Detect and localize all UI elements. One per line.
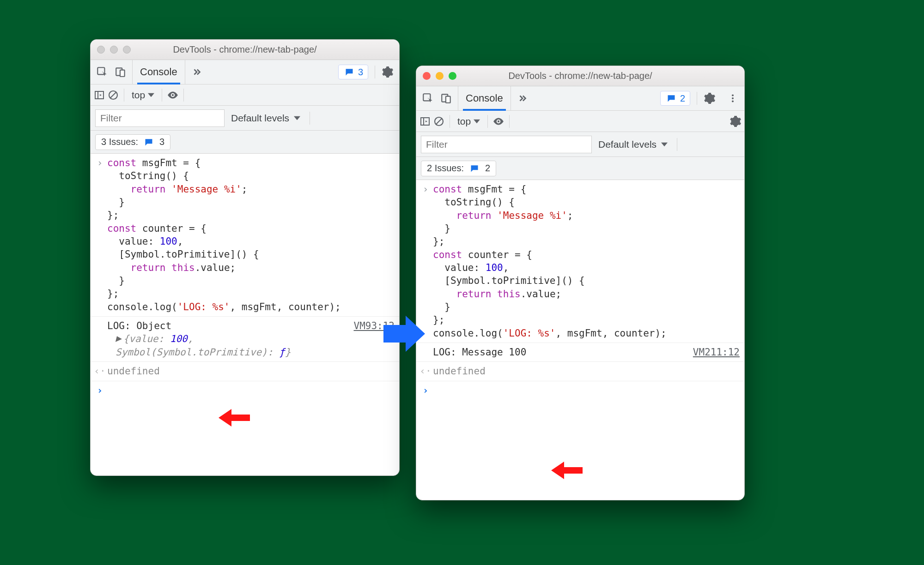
close-dot[interactable] <box>423 72 431 80</box>
kebab-menu-icon[interactable] <box>727 92 739 104</box>
filter-bar: Default levels <box>91 106 399 131</box>
messages-count: 2 <box>680 93 685 104</box>
filter-bar: Default levels <box>416 132 744 157</box>
levels-label: Default levels <box>231 113 289 124</box>
input-chevron-icon: › <box>92 156 107 313</box>
issues-chip[interactable]: 2 Issues: 2 <box>421 161 496 176</box>
svg-rect-7 <box>446 96 450 103</box>
window-controls[interactable] <box>97 46 131 54</box>
issues-count: 3 <box>159 137 164 147</box>
messages-chip[interactable]: 3 <box>338 65 368 79</box>
window-title: DevTools - chrome://new-tab-page/ <box>416 71 744 81</box>
issues-chip[interactable]: 3 Issues: 3 <box>95 134 170 150</box>
console-input-row: › const msgFmt = { toString() { return '… <box>91 154 399 317</box>
svg-rect-2 <box>120 70 125 77</box>
output-text: LOG: Object <box>107 320 171 331</box>
console-output: › const msgFmt = { toString() { return '… <box>91 154 399 400</box>
window-controls[interactable] <box>423 72 456 80</box>
minimize-dot[interactable] <box>436 72 444 80</box>
context-label: top <box>457 116 471 127</box>
issues-bar: 3 Issues: 3 <box>91 131 399 154</box>
return-indicator-icon: ‹· <box>92 365 107 378</box>
svg-rect-11 <box>421 118 429 125</box>
more-tabs[interactable] <box>511 86 534 110</box>
svg-rect-3 <box>95 91 103 99</box>
zoom-dot[interactable] <box>449 72 456 80</box>
tab-label: Console <box>140 66 177 78</box>
close-dot[interactable] <box>97 46 105 54</box>
console-return-row: ‹· undefined <box>91 362 399 381</box>
clear-console-icon[interactable] <box>433 115 445 127</box>
svg-point-8 <box>732 95 734 96</box>
filter-input[interactable] <box>95 109 225 127</box>
live-expression-icon[interactable] <box>167 89 179 101</box>
settings-icon[interactable] <box>382 66 394 78</box>
console-prompt-row[interactable]: › <box>416 381 744 400</box>
issues-count: 2 <box>485 163 490 174</box>
annotation-red-arrow <box>550 461 583 480</box>
messages-count: 3 <box>358 67 363 78</box>
devtools-window-left: DevTools - chrome://new-tab-page/ Consol… <box>90 39 400 476</box>
source-link[interactable]: VM211:12 <box>687 346 740 359</box>
source-link[interactable]: VM93:12 <box>348 319 395 359</box>
message-icon <box>468 162 480 174</box>
message-icon <box>343 66 355 78</box>
expand-caret-icon[interactable]: ▶ <box>116 332 122 345</box>
output-text: LOG: Message 100 <box>433 346 687 359</box>
annotation-red-arrow <box>218 408 250 427</box>
console-output-row[interactable]: LOG: Object ▶{value: 100, Symbol(Symbol.… <box>91 317 399 362</box>
code-block[interactable]: const msgFmt = { toString() { return 'Me… <box>107 156 395 313</box>
svg-point-10 <box>732 100 734 102</box>
clear-console-icon[interactable] <box>107 89 119 101</box>
svg-point-9 <box>732 97 734 99</box>
devtools-window-right: DevTools - chrome://new-tab-page/ Consol… <box>416 66 745 500</box>
titlebar[interactable]: DevTools - chrome://new-tab-page/ <box>416 66 744 86</box>
context-selector[interactable]: top <box>129 90 157 101</box>
log-levels-dropdown[interactable]: Default levels <box>598 139 668 150</box>
console-output-row[interactable]: LOG: Message 100 VM211:12 <box>416 343 744 362</box>
sidebar-toggle-icon[interactable] <box>93 89 105 101</box>
zoom-dot[interactable] <box>123 46 131 54</box>
console-output: › const msgFmt = { toString() { return '… <box>416 180 744 400</box>
prompt-chevron-icon: › <box>92 384 107 397</box>
issues-label: 3 Issues: <box>101 137 138 147</box>
settings-icon[interactable] <box>704 92 716 104</box>
tab-console[interactable]: Console <box>133 60 185 84</box>
log-levels-dropdown[interactable]: Default levels <box>231 113 300 124</box>
chevrons-right-icon <box>517 92 529 104</box>
prompt-chevron-icon: › <box>418 384 433 397</box>
console-return-row: ‹· undefined <box>416 362 744 381</box>
live-expression-icon[interactable] <box>492 115 505 127</box>
console-subtoolbar: top <box>91 84 399 106</box>
console-settings-icon[interactable] <box>729 115 742 127</box>
object-preview[interactable]: ▶{value: 100, Symbol(Symbol.toPrimitive)… <box>107 332 348 359</box>
titlebar[interactable]: DevTools - chrome://new-tab-page/ <box>91 40 399 60</box>
return-value: undefined <box>107 365 395 378</box>
filter-input[interactable] <box>421 136 592 153</box>
window-title: DevTools - chrome://new-tab-page/ <box>91 44 399 55</box>
device-toggle-icon[interactable] <box>440 92 452 104</box>
messages-chip[interactable]: 2 <box>660 91 690 106</box>
sidebar-toggle-icon[interactable] <box>419 115 431 127</box>
issues-bar: 2 Issues: 2 <box>416 157 744 180</box>
return-value: undefined <box>433 365 740 378</box>
console-input-row: › const msgFmt = { toString() { return '… <box>416 180 744 343</box>
main-toolbar: Console 2 <box>416 86 744 111</box>
inspect-element-icon[interactable] <box>422 92 434 104</box>
context-selector[interactable]: top <box>455 116 483 127</box>
issues-label: 2 Issues: <box>427 163 464 174</box>
tab-console[interactable]: Console <box>458 86 511 110</box>
inspect-element-icon[interactable] <box>96 66 108 78</box>
console-prompt-row[interactable]: › <box>91 381 399 400</box>
message-icon <box>143 136 155 148</box>
inspect-controls <box>91 60 133 84</box>
chevrons-right-icon <box>191 66 203 78</box>
console-subtoolbar: top <box>416 111 744 132</box>
levels-label: Default levels <box>598 139 657 150</box>
more-tabs[interactable] <box>185 60 208 84</box>
device-toggle-icon[interactable] <box>115 66 127 78</box>
code-block[interactable]: const msgFmt = { toString() { return 'Me… <box>433 183 740 340</box>
minimize-dot[interactable] <box>110 46 118 54</box>
tab-label: Console <box>466 92 503 104</box>
main-toolbar: Console 3 <box>91 60 399 84</box>
